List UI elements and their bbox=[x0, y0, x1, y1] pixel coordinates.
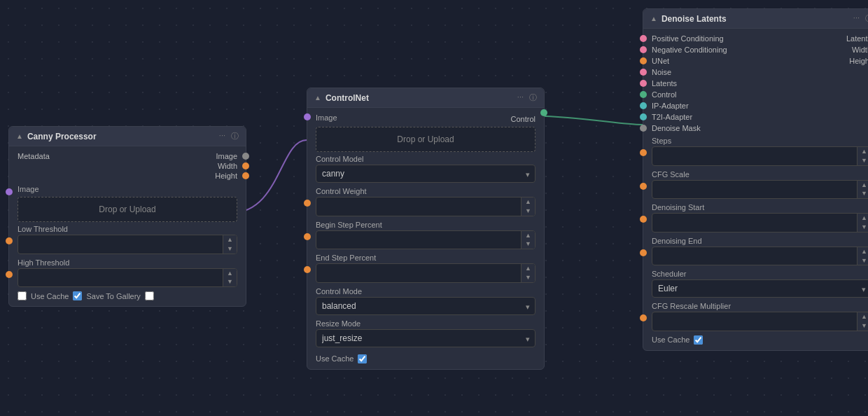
denoise-cfg-input[interactable]: 7.5 ▲ ▼ bbox=[652, 180, 868, 200]
canny-height-row: Height bbox=[18, 172, 237, 180]
controlnet-control-port[interactable] bbox=[540, 109, 547, 116]
denoise-scheduler-select[interactable]: Euler Euler A DPM++ 2M DDIM LMS bbox=[652, 279, 868, 298]
canny-image-port[interactable] bbox=[6, 188, 13, 195]
denoise-menu-icon[interactable]: ··· bbox=[853, 13, 860, 24]
controlnet-begin-step-port[interactable] bbox=[304, 233, 311, 240]
controlnet-image-label: Image bbox=[316, 113, 337, 122]
controlnet-image-port[interactable] bbox=[304, 113, 311, 120]
controlnet-control-mode-select[interactable]: balanced more_prompt more_control unbala… bbox=[316, 297, 536, 315]
controlnet-weight-field[interactable]: 1 bbox=[316, 199, 521, 214]
canny-high-threshold-port[interactable] bbox=[6, 271, 13, 278]
canny-high-threshold-down[interactable]: ▼ bbox=[223, 277, 237, 286]
canny-save-gallery-extra-checkbox[interactable] bbox=[145, 291, 154, 300]
denoise-end-port[interactable] bbox=[640, 249, 647, 256]
controlnet-begin-step-input[interactable]: 0 ▲ ▼ bbox=[316, 230, 536, 250]
canny-drop-upload[interactable]: Drop or Upload bbox=[18, 197, 237, 222]
denoise-cfg-down[interactable]: ▼ bbox=[858, 189, 868, 198]
denoise-noise-port[interactable] bbox=[640, 69, 647, 76]
canny-low-threshold-section: Low Threshold 100 ▲ ▼ bbox=[18, 225, 237, 254]
denoise-cfg-rescale-port[interactable] bbox=[640, 314, 647, 321]
controlnet-resize-mode-wrapper: just_resize crop_resize fill_resize bbox=[316, 329, 536, 352]
controlnet-weight-up[interactable]: ▲ bbox=[522, 197, 535, 207]
controlnet-weight-port[interactable] bbox=[304, 200, 311, 207]
canny-info-icon[interactable]: ⓘ bbox=[231, 131, 239, 141]
denoise-ip-adapter-port[interactable] bbox=[640, 102, 647, 109]
denoise-latents-in-label: Latents bbox=[652, 79, 677, 88]
controlnet-use-cache-checkbox[interactable] bbox=[358, 354, 367, 363]
controlnet-info-icon[interactable]: ⓘ bbox=[529, 92, 537, 103]
controlnet-menu-icon[interactable]: ··· bbox=[517, 92, 524, 103]
controlnet-end-step-up[interactable]: ▲ bbox=[522, 264, 535, 273]
denoise-end-input[interactable]: 1 ▲ ▼ bbox=[652, 247, 868, 266]
controlnet-begin-step-field[interactable]: 0 bbox=[316, 232, 521, 247]
denoise-start-down[interactable]: ▼ bbox=[858, 223, 868, 232]
canny-high-threshold-field[interactable]: 200 bbox=[18, 270, 223, 285]
canny-menu-icon[interactable]: ··· bbox=[219, 131, 225, 141]
denoise-cfg-rescale-up[interactable]: ▲ bbox=[858, 312, 868, 321]
denoise-height-right-label: Height bbox=[849, 57, 868, 65]
denoise-control-port[interactable] bbox=[640, 91, 647, 98]
denoise-start-input[interactable]: 0 ▲ ▼ bbox=[652, 213, 868, 233]
canny-collapse-arrow[interactable]: ▲ bbox=[16, 132, 23, 140]
denoise-cfg-rescale-input[interactable]: 0 ▲ ▼ bbox=[652, 312, 868, 331]
canny-use-cache-row: Use Cache Save To Gallery bbox=[18, 291, 237, 300]
denoise-negative-port[interactable] bbox=[640, 46, 647, 53]
denoise-t2i-adapter-label: T2I-Adapter bbox=[652, 113, 692, 121]
canny-metadata-port[interactable] bbox=[242, 153, 249, 160]
denoise-start-section: Denoising Start 0 ▲ ▼ bbox=[652, 203, 868, 233]
controlnet-end-step-down[interactable]: ▼ bbox=[522, 273, 535, 282]
controlnet-collapse-arrow[interactable]: ▲ bbox=[314, 94, 321, 102]
controlnet-control-model-select[interactable]: canny depth openpose lineart bbox=[316, 165, 536, 183]
controlnet-begin-step-down[interactable]: ▼ bbox=[522, 240, 535, 249]
canny-high-threshold-label: High Threshold bbox=[18, 258, 237, 267]
denoise-info-icon[interactable]: ⓘ bbox=[865, 13, 868, 24]
controlnet-control-mode-label: Control Mode bbox=[316, 287, 536, 296]
denoise-cfg-field[interactable]: 7.5 bbox=[652, 181, 857, 197]
denoise-steps-up[interactable]: ▲ bbox=[858, 147, 868, 156]
canny-low-threshold-port[interactable] bbox=[6, 237, 13, 244]
denoise-steps-port[interactable] bbox=[640, 149, 647, 156]
controlnet-end-step-field[interactable]: 1 bbox=[316, 265, 521, 281]
denoise-control-row: Control bbox=[652, 90, 868, 99]
denoise-unet-port[interactable] bbox=[640, 57, 647, 64]
denoise-start-up[interactable]: ▲ bbox=[858, 214, 868, 223]
denoise-cfg-up[interactable]: ▲ bbox=[858, 181, 868, 190]
denoise-end-field[interactable]: 1 bbox=[652, 249, 857, 264]
denoise-steps-down[interactable]: ▼ bbox=[858, 156, 868, 165]
canny-use-cache-checkbox[interactable] bbox=[18, 291, 27, 300]
canny-image-sub-label: Image bbox=[216, 152, 237, 160]
controlnet-weight-input[interactable]: 1 ▲ ▼ bbox=[316, 197, 536, 216]
denoise-latents-in-port[interactable] bbox=[640, 80, 647, 87]
canny-height-port[interactable] bbox=[242, 172, 249, 179]
controlnet-weight-down[interactable]: ▼ bbox=[522, 207, 535, 216]
denoise-cfg-rescale-field[interactable]: 0 bbox=[652, 314, 857, 329]
canny-low-threshold-field[interactable]: 100 bbox=[18, 237, 223, 252]
denoise-start-port[interactable] bbox=[640, 216, 647, 223]
denoise-unet-row: UNet Height bbox=[652, 57, 868, 65]
canny-width-port[interactable] bbox=[242, 162, 249, 169]
controlnet-drop-upload[interactable]: Drop or Upload bbox=[316, 127, 536, 152]
canny-low-threshold-input[interactable]: 100 ▲ ▼ bbox=[18, 235, 237, 254]
controlnet-begin-step-up[interactable]: ▲ bbox=[522, 231, 535, 240]
canny-low-threshold-up[interactable]: ▲ bbox=[223, 235, 237, 244]
denoise-start-field[interactable]: 0 bbox=[652, 215, 857, 230]
denoise-cfg-port[interactable] bbox=[640, 183, 647, 190]
controlnet-end-step-input[interactable]: 1 ▲ ▼ bbox=[316, 263, 536, 283]
denoise-end-up[interactable]: ▲ bbox=[858, 247, 868, 256]
denoise-t2i-adapter-port[interactable] bbox=[640, 113, 647, 120]
denoise-use-cache-checkbox[interactable] bbox=[694, 335, 703, 345]
denoise-cfg-rescale-down[interactable]: ▼ bbox=[858, 321, 868, 331]
canny-high-threshold-input[interactable]: 200 ▲ ▼ bbox=[18, 268, 237, 288]
canny-node-title: Canny Processor bbox=[27, 132, 97, 141]
canny-low-threshold-down[interactable]: ▼ bbox=[223, 244, 237, 254]
denoise-steps-field[interactable]: 10 bbox=[652, 148, 857, 164]
denoise-positive-port[interactable] bbox=[640, 35, 647, 42]
canny-high-threshold-up[interactable]: ▲ bbox=[223, 269, 237, 278]
denoise-collapse-arrow[interactable]: ▲ bbox=[650, 15, 657, 22]
denoise-mask-port[interactable] bbox=[640, 125, 647, 132]
controlnet-resize-mode-select[interactable]: just_resize crop_resize fill_resize bbox=[316, 329, 536, 347]
denoise-steps-input[interactable]: 10 ▲ ▼ bbox=[652, 146, 868, 166]
canny-save-gallery-checkbox[interactable] bbox=[73, 291, 82, 300]
denoise-end-down[interactable]: ▼ bbox=[858, 256, 868, 265]
controlnet-end-step-port[interactable] bbox=[304, 266, 311, 273]
